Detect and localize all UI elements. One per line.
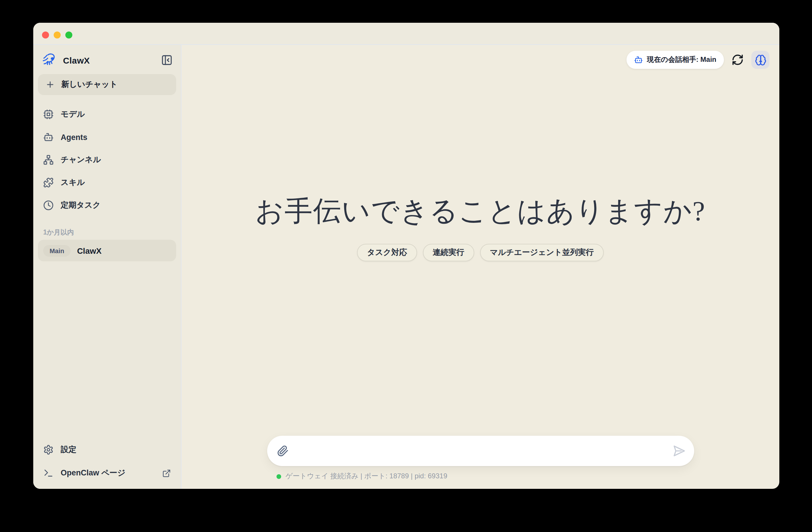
sidebar-item-label: OpenClaw ページ xyxy=(61,468,126,478)
sidebar-header: ClawX xyxy=(38,49,176,71)
paperclip-icon[interactable] xyxy=(277,445,288,457)
main-area: 現在の会話相手: Main xyxy=(182,45,779,489)
history-section-label: 1か月以内 xyxy=(43,228,176,237)
refresh-icon[interactable] xyxy=(731,54,744,66)
sidebar-item-label: チャンネル xyxy=(61,155,101,165)
sidebar-item-label: 定期タスク xyxy=(61,200,101,211)
sidebar-item-openclaw-page[interactable]: OpenClaw ページ xyxy=(38,462,176,484)
puzzle-icon xyxy=(43,177,54,188)
history-item-clawx[interactable]: Main ClawX xyxy=(38,240,176,261)
new-chat-button[interactable]: 新しいチャット xyxy=(38,74,176,95)
sidebar: ClawX 新しいチャット xyxy=(33,45,182,489)
sidebar-item-scheduled-tasks[interactable]: 定期タスク xyxy=(38,194,176,216)
chip-continuous-run[interactable]: 連続実行 xyxy=(423,244,474,261)
sidebar-nav: モデル Agents xyxy=(38,103,176,216)
brain-button[interactable] xyxy=(751,51,769,69)
send-icon[interactable] xyxy=(672,445,685,457)
sidebar-item-agents[interactable]: Agents xyxy=(38,126,176,148)
main-badge: Main xyxy=(43,245,71,256)
app-window: ClawX 新しいチャット xyxy=(33,23,779,489)
plus-icon xyxy=(45,80,55,89)
gateway-status-text: ゲートウェイ 接続済み | ポート: 18789 | pid: 69319 xyxy=(286,471,447,481)
suggestion-chips: タスク対応 連続実行 マルチエージェント並列実行 xyxy=(357,244,604,261)
sidebar-item-skills[interactable]: スキル xyxy=(38,172,176,194)
sidebar-footer: 設定 OpenClaw ページ xyxy=(38,438,176,484)
brain-icon xyxy=(755,54,766,66)
sidebar-item-label: 設定 xyxy=(61,445,76,455)
minimize-window-button[interactable] xyxy=(54,31,61,39)
clawx-logo-icon xyxy=(42,53,57,68)
bot-icon xyxy=(634,55,643,64)
gear-icon xyxy=(43,445,54,455)
bot-icon xyxy=(43,132,54,142)
sidebar-item-label: モデル xyxy=(61,109,85,119)
sidebar-item-models[interactable]: モデル xyxy=(38,103,176,126)
sidebar-item-label: スキル xyxy=(61,177,85,188)
sidebar-item-label: Agents xyxy=(61,133,87,142)
chip-multi-agent-parallel[interactable]: マルチエージェント並列実行 xyxy=(480,244,604,261)
sidebar-item-settings[interactable]: 設定 xyxy=(38,438,176,461)
new-chat-label: 新しいチャット xyxy=(61,79,118,90)
chip-task-support[interactable]: タスク対応 xyxy=(357,244,417,261)
cpu-icon xyxy=(43,109,54,119)
welcome-heading: お手伝いできることはありますか? xyxy=(255,192,706,230)
external-link-icon xyxy=(162,469,171,477)
message-composer[interactable] xyxy=(267,436,694,466)
current-conversation-pill[interactable]: 現在の会話相手: Main xyxy=(626,51,724,69)
gateway-status: ゲートウェイ 接続済み | ポート: 18789 | pid: 69319 xyxy=(267,471,694,481)
collapse-sidebar-icon[interactable] xyxy=(161,54,173,66)
history-item-label: ClawX xyxy=(77,246,102,255)
status-dot-icon xyxy=(276,474,281,479)
message-input[interactable] xyxy=(288,436,672,466)
network-icon xyxy=(43,155,54,165)
terminal-icon xyxy=(43,468,54,478)
zoom-window-button[interactable] xyxy=(65,31,72,39)
top-toolbar: 現在の会話相手: Main xyxy=(182,45,779,69)
composer-area: ゲートウェイ 接続済み | ポート: 18789 | pid: 69319 xyxy=(182,436,779,489)
hero: お手伝いできることはありますか? タスク対応 連続実行 マルチエージェント並列実… xyxy=(182,69,779,436)
app-title: ClawX xyxy=(63,55,90,65)
clock-icon xyxy=(43,200,54,211)
titlebar xyxy=(33,23,779,45)
close-window-button[interactable] xyxy=(42,31,49,39)
screen: ClawX 新しいチャット xyxy=(0,0,812,532)
sidebar-item-channels[interactable]: チャンネル xyxy=(38,149,176,171)
current-conversation-label: 現在の会話相手: Main xyxy=(647,55,716,65)
